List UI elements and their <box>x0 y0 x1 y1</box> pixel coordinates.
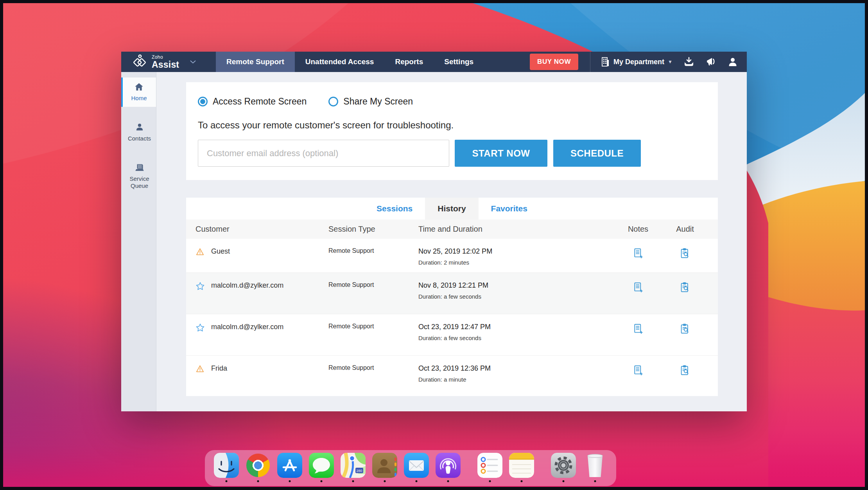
system-preferences-icon <box>551 453 576 478</box>
favorite-toggle[interactable] <box>195 273 211 291</box>
department-selector[interactable]: My Department ▼ <box>601 57 673 67</box>
session-duration: Duration: 2 minutes <box>418 259 615 266</box>
add-note-button[interactable] <box>615 356 662 376</box>
customer-name: Guest <box>211 239 328 256</box>
start-now-button[interactable]: START NOW <box>455 140 547 167</box>
add-note-icon <box>632 247 644 259</box>
tab-favorites[interactable]: Favorites <box>479 198 540 220</box>
session-start-panel: Access Remote Screen Share My Screen To … <box>186 82 718 180</box>
running-indicator <box>320 480 322 482</box>
session-description: To access your remote customer's screen … <box>198 120 706 131</box>
session-time: Oct 23, 2019 12:36 PM <box>418 364 615 373</box>
audit-button[interactable] <box>662 356 708 376</box>
chrome-icon <box>246 454 270 477</box>
chevron-down-icon[interactable] <box>190 60 196 64</box>
dock-contacts[interactable] <box>372 453 397 483</box>
sidebar-item-home[interactable]: Home <box>121 77 156 107</box>
dock-finder[interactable] <box>214 453 239 483</box>
sidebar-item-service-queue[interactable]: Service Queue <box>121 158 156 195</box>
nav-tab-remote-support[interactable]: Remote Support <box>216 52 295 72</box>
radio-label: Share My Screen <box>343 96 413 107</box>
favorite-star-icon <box>195 281 205 291</box>
audit-icon <box>679 281 691 293</box>
sessions-history-panel: Sessions History Favorites Customer Sess… <box>186 198 718 396</box>
audit-button[interactable] <box>662 273 708 293</box>
schedule-button[interactable]: SCHEDULE <box>553 140 641 167</box>
sidebar: Home Contacts <box>121 72 156 411</box>
session-time: Nov 8, 2019 12:21 PM <box>418 281 615 290</box>
customer-email-input[interactable] <box>198 140 449 167</box>
audit-button[interactable] <box>662 314 708 335</box>
top-navbar: Zoho Assist Remote Support Unattended Ac… <box>121 52 747 72</box>
profile-icon <box>728 57 737 67</box>
running-indicator <box>225 480 227 482</box>
col-customer: Customer <box>195 225 328 234</box>
tab-sessions[interactable]: Sessions <box>364 198 425 220</box>
add-note-button[interactable] <box>615 314 662 335</box>
dock-chrome[interactable] <box>246 453 271 483</box>
dock-messages[interactable] <box>309 453 334 483</box>
nav-tab-settings[interactable]: Settings <box>434 52 484 72</box>
col-notes: Notes <box>615 225 662 234</box>
nav-tab-unattended-access[interactable]: Unattended Access <box>295 52 385 72</box>
audit-icon <box>679 247 691 259</box>
radio-share-my-screen[interactable]: Share My Screen <box>328 96 413 107</box>
customer-name: malcolm.d@zylker.com <box>211 314 328 331</box>
add-note-icon <box>632 281 644 293</box>
zoho-assist-logo-icon <box>131 54 148 70</box>
radio-selected-icon[interactable] <box>198 97 208 106</box>
brand-logo[interactable]: Zoho Assist <box>121 52 216 72</box>
running-indicator <box>520 480 522 482</box>
dock-trash[interactable] <box>583 453 608 483</box>
running-indicator <box>447 480 449 482</box>
department-building-icon <box>601 57 610 67</box>
customer-name: Frida <box>211 356 328 373</box>
brand-zoho-label: Zoho <box>152 55 179 59</box>
audit-button[interactable] <box>662 239 708 259</box>
announcements-button[interactable] <box>705 57 717 67</box>
running-indicator <box>415 480 417 482</box>
tab-history[interactable]: History <box>425 198 478 220</box>
main-content: Access Remote Screen Share My Screen To … <box>156 72 747 411</box>
desktop: Zoho Assist Remote Support Unattended Ac… <box>0 0 868 490</box>
sidebar-item-label: Home <box>131 95 147 102</box>
dock-notes[interactable] <box>509 453 534 483</box>
session-type: Remote Support <box>328 314 418 330</box>
session-duration: Duration: a few seconds <box>418 293 615 300</box>
nav-tab-reports[interactable]: Reports <box>384 52 434 72</box>
sidebar-item-label: Contacts <box>128 135 151 142</box>
buy-now-button[interactable]: BUY NOW <box>530 54 578 70</box>
radio-access-remote-screen[interactable]: Access Remote Screen <box>198 96 307 107</box>
dock-system-preferences[interactable] <box>551 453 576 483</box>
table-header: Customer Session Type Time and Duration … <box>186 220 718 239</box>
dock-podcasts[interactable] <box>436 453 461 483</box>
radio-label: Access Remote Screen <box>213 96 307 107</box>
add-note-icon <box>632 323 644 335</box>
trash-icon <box>583 453 608 478</box>
announcement-icon <box>705 57 717 67</box>
download-button[interactable] <box>683 57 694 67</box>
navbar-divider <box>590 52 590 72</box>
zoho-assist-window: Zoho Assist Remote Support Unattended Ac… <box>121 52 747 411</box>
running-indicator <box>352 480 354 482</box>
radio-unselected-icon[interactable] <box>328 97 338 106</box>
svg-text:280: 280 <box>356 469 362 473</box>
dock-maps[interactable]: 280 <box>341 453 366 483</box>
favorite-toggle[interactable] <box>195 314 211 332</box>
audit-icon <box>679 364 691 376</box>
dock-reminders[interactable] <box>477 453 502 483</box>
messages-icon <box>309 453 334 478</box>
dock-app-store[interactable] <box>277 453 302 483</box>
dock-mail[interactable] <box>404 453 429 483</box>
dock: 280 <box>205 450 616 486</box>
contacts-icon-dock <box>372 453 397 478</box>
profile-button[interactable] <box>728 57 737 67</box>
table-row: malcolm.d@zylker.com Remote Support Nov … <box>186 272 718 314</box>
home-icon <box>134 82 144 92</box>
session-mode-radios: Access Remote Screen Share My Screen <box>198 96 706 107</box>
add-note-button[interactable] <box>615 273 662 293</box>
sidebar-item-contacts[interactable]: Contacts <box>121 118 156 147</box>
add-note-button[interactable] <box>615 239 662 259</box>
session-start-row: START NOW SCHEDULE <box>198 140 706 167</box>
col-time-duration: Time and Duration <box>418 225 615 234</box>
